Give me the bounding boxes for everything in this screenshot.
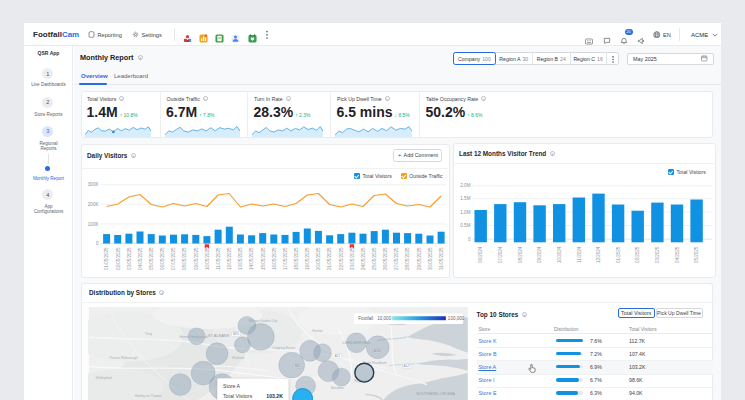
svg-text:0: 0 (468, 237, 471, 242)
svg-text:A12: A12 (334, 354, 340, 358)
svg-text:08/05/2025: 08/05/2025 (182, 247, 187, 270)
svg-text:07/05/2025: 07/05/2025 (171, 247, 176, 270)
svg-text:ST ALBANS: ST ALBANS (207, 332, 229, 337)
svg-text:10/05/2025: 10/05/2025 (205, 247, 210, 270)
svg-text:Watford: Watford (232, 355, 244, 359)
svg-text:Princes Risborough: Princes Risborough (109, 355, 137, 359)
svg-text:02/05/2025: 02/05/2025 (116, 247, 121, 270)
svg-text:31/05/2025: 31/05/2025 (439, 247, 444, 270)
svg-text:200K: 200K (88, 202, 100, 207)
svg-text:26/05/2025: 26/05/2025 (383, 247, 388, 270)
svg-text:Chipping Barnet: Chipping Barnet (272, 345, 295, 349)
svg-text:03/05/2025: 03/05/2025 (127, 247, 132, 270)
svg-text:04/05/2025: 04/05/2025 (138, 247, 143, 270)
svg-text:30/05/2025: 30/05/2025 (428, 247, 433, 270)
svg-text:20/05/2025: 20/05/2025 (316, 247, 321, 270)
svg-text:04/2025: 04/2025 (675, 246, 680, 263)
svg-text:0.5M: 0.5M (460, 223, 470, 228)
svg-text:15/05/2025: 15/05/2025 (261, 247, 266, 270)
svg-text:Footfall: Footfall (358, 316, 373, 321)
svg-text:06/2024: 06/2024 (479, 246, 484, 263)
svg-text:Harlow: Harlow (312, 328, 323, 332)
svg-text:M25: M25 (233, 332, 239, 336)
svg-text:100,000: 100,000 (447, 316, 464, 321)
svg-text:24/05/2025: 24/05/2025 (361, 247, 366, 270)
svg-text:12/05/2025: 12/05/2025 (227, 247, 232, 270)
svg-text:17/05/2025: 17/05/2025 (283, 247, 288, 270)
svg-text:SOUTHEND-ON-SEA: SOUTHEND-ON-SEA (416, 390, 455, 395)
svg-text:10,000: 10,000 (377, 316, 391, 321)
svg-text:07/2024: 07/2024 (498, 246, 503, 263)
svg-text:25/05/2025: 25/05/2025 (372, 247, 377, 270)
svg-text:23/05/2025: 23/05/2025 (350, 247, 355, 270)
svg-text:29/05/2025: 29/05/2025 (417, 247, 422, 270)
svg-text:16/05/2025: 16/05/2025 (272, 247, 277, 270)
svg-text:19/05/2025: 19/05/2025 (305, 247, 310, 270)
svg-text:06/05/2025: 06/05/2025 (160, 247, 165, 270)
svg-text:Wallingford: Wallingford (95, 375, 111, 379)
svg-text:27/05/2025: 27/05/2025 (394, 247, 399, 270)
svg-text:01/2025: 01/2025 (616, 246, 621, 263)
svg-text:1.5M: 1.5M (460, 196, 470, 201)
svg-text:05/2025: 05/2025 (694, 246, 699, 263)
svg-text:03/2025: 03/2025 (655, 246, 660, 263)
svg-text:10/2024: 10/2024 (557, 246, 562, 263)
svg-text:12/2024: 12/2024 (596, 246, 601, 263)
svg-text:Tring: Tring (144, 331, 151, 335)
svg-text:300K: 300K (88, 182, 100, 187)
svg-text:100K: 100K (88, 222, 100, 227)
svg-text:02/2025: 02/2025 (636, 246, 641, 263)
svg-text:18/05/2025: 18/05/2025 (294, 247, 299, 270)
svg-text:13/05/2025: 13/05/2025 (238, 247, 243, 270)
svg-text:1.0M: 1.0M (460, 210, 470, 215)
svg-text:05/05/2025: 05/05/2025 (149, 247, 154, 270)
svg-text:28/05/2025: 28/05/2025 (405, 247, 410, 270)
svg-text:11/2024: 11/2024 (577, 246, 582, 262)
svg-text:09/2024: 09/2024 (537, 246, 542, 263)
svg-text:11/05/2025: 11/05/2025 (216, 247, 221, 270)
svg-text:21/05/2025: 21/05/2025 (327, 247, 332, 270)
svg-text:01/05/2025: 01/05/2025 (104, 247, 109, 270)
svg-text:09/05/2025: 09/05/2025 (194, 247, 199, 270)
svg-text:A127: A127 (403, 364, 410, 368)
svg-text:22/05/2025: 22/05/2025 (339, 247, 344, 270)
svg-text:14/05/2025: 14/05/2025 (249, 247, 254, 270)
svg-text:0: 0 (96, 241, 99, 246)
svg-text:2.0M: 2.0M (460, 183, 470, 188)
svg-text:08/2024: 08/2024 (518, 246, 523, 263)
svg-text:Henley-on-Thames: Henley-on-Thames (134, 393, 161, 397)
